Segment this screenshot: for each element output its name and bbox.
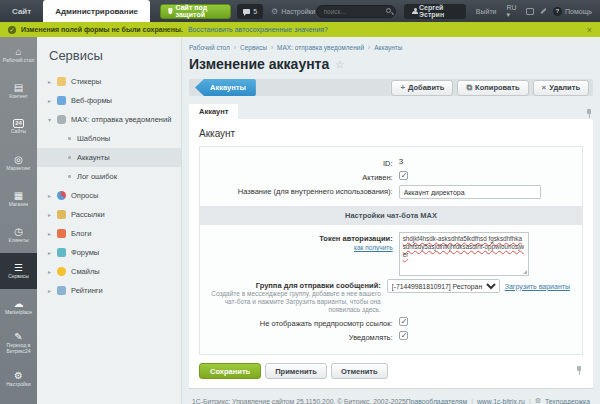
- back-to-accounts-button[interactable]: Аккаунты: [195, 79, 256, 96]
- desktop-view-icon[interactable]: [526, 8, 533, 15]
- help-button[interactable]: ? Помощь: [553, 7, 592, 16]
- logout-link[interactable]: Выйти: [476, 8, 497, 15]
- copy-button[interactable]: ⧉ Копировать: [457, 80, 528, 96]
- sidebar-title: Сервисы: [37, 37, 181, 72]
- site-protected-label: Сайт под защитой: [176, 4, 224, 18]
- delete-button[interactable]: × Удалить: [533, 80, 589, 96]
- breadcrumb-accounts[interactable]: Аккаунты: [368, 44, 402, 51]
- favorite-star-icon[interactable]: ☆: [335, 59, 344, 70]
- page-title: Изменение аккаунта: [189, 56, 329, 72]
- sites-icon: 24: [13, 119, 24, 128]
- smiley-icon: [57, 267, 66, 276]
- notice-text: Изменения полей формы не были сохранены.: [21, 26, 183, 33]
- pin-icon[interactable]: [585, 109, 593, 119]
- cancel-button[interactable]: Отменить: [331, 363, 388, 379]
- sidebar-item-stickers[interactable]: ▸ Стикеры: [37, 72, 181, 91]
- no-preview-checkbox[interactable]: [399, 317, 408, 326]
- breadcrumb: Рабочий стол Сервисы МАХ: отправка уведо…: [189, 37, 593, 51]
- notifications-count: 5: [253, 8, 257, 15]
- sidebar-item-blogs[interactable]: ▸ Блоги: [37, 224, 181, 243]
- restore-autosave-link[interactable]: Восстановить автосохраненные значения?: [188, 26, 328, 33]
- breadcrumb-max[interactable]: МАХ: отправка уведомлений: [271, 44, 364, 51]
- rail-item-sites[interactable]: 24 Сайты: [0, 109, 37, 145]
- rail-item-settings[interactable]: ⚙ Настройки: [0, 361, 37, 397]
- apply-button[interactable]: Применить: [265, 363, 327, 379]
- chevron-right-icon: ▸: [48, 211, 57, 218]
- id-value: 3: [399, 157, 582, 166]
- name-input[interactable]: [399, 185, 541, 199]
- notify-label: Уведомлять:: [200, 331, 399, 342]
- site-protected-button[interactable]: Сайт под защитой: [160, 4, 231, 19]
- rail-item-desktop[interactable]: ⌂ Рабочий стол: [0, 37, 37, 73]
- user-icon: [412, 8, 417, 14]
- chevron-right-icon: ▸: [48, 268, 57, 275]
- field-group: Группа для отправки сообщений: Создайте …: [200, 279, 582, 314]
- rail-item-shop[interactable]: ▦ Магазин: [0, 181, 37, 217]
- group-label: Группа для отправки сообщений:: [256, 281, 381, 290]
- sticker-icon: [57, 77, 66, 86]
- tab-site[interactable]: Сайт: [0, 0, 43, 22]
- document-icon: ▤: [14, 83, 23, 93]
- sidebar-item-webforms[interactable]: ▸ Веб-формы: [37, 91, 181, 110]
- close-icon[interactable]: ×: [587, 25, 592, 35]
- user-name: Сергей Эстрин: [419, 4, 458, 18]
- id-label: ID:: [200, 157, 399, 168]
- sidebar-item-newsletters[interactable]: ▸ Рассылки: [37, 205, 181, 224]
- add-button[interactable]: + Добавить: [391, 80, 453, 96]
- sidebar: Сервисы ▸ Стикеры ▸ Веб-формы ▾ МАХ: отп…: [37, 37, 182, 404]
- language-selector[interactable]: RU ▾: [507, 4, 519, 19]
- chevron-right-icon: ▸: [48, 230, 57, 237]
- name-label: Название (для внутреннего использования)…: [200, 185, 399, 196]
- notify-checkbox[interactable]: [399, 331, 408, 340]
- token-label: Токен авторизации:: [319, 234, 392, 243]
- tab-account[interactable]: Аккаунт: [189, 104, 238, 119]
- group-select[interactable]: [-71449981810917] Ресторан: [387, 279, 500, 293]
- rail-item-services[interactable]: ☰ Сервисы: [0, 253, 37, 289]
- chevron-right-icon: ▸: [48, 97, 57, 104]
- how-to-get-link[interactable]: как получить: [200, 244, 393, 251]
- rights-link[interactable]: Правообладателям: [406, 398, 467, 404]
- sidebar-item-error-log[interactable]: Лог ошибок: [37, 167, 181, 186]
- load-variants-link[interactable]: Загрузить варианты: [505, 283, 570, 290]
- rail-item-content[interactable]: ▤ Контент: [0, 73, 37, 109]
- topbar: Сайт Администрирование Сайт под защитой …: [0, 0, 600, 22]
- rail-item-bitrix24[interactable]: ✎ Переход в Битрикс24: [0, 325, 37, 361]
- topbar-settings-button[interactable]: ⚙ Настройки: [271, 7, 316, 16]
- field-notify: Уведомлять:: [200, 331, 582, 342]
- group-hint: Создайте в мессенджере группу, добавьте …: [200, 290, 381, 314]
- sidebar-item-templates[interactable]: Шаблоны: [37, 129, 181, 148]
- pencil-icon: ✎: [14, 332, 22, 342]
- wrench-icon[interactable]: [539, 7, 545, 15]
- blog-icon: [57, 229, 66, 238]
- target-icon: ◎: [14, 155, 23, 165]
- token-textarea[interactable]: shdjkf4hsdk-asksdhfa5lkdfhsd fgsksdhfhka…: [399, 232, 529, 276]
- copyright-text: 1С-Битрикс: Управление сайтом 25.1150.20…: [192, 398, 406, 404]
- sidebar-item-polls[interactable]: ▸ Опросы: [37, 186, 181, 205]
- save-button[interactable]: Сохранить: [199, 363, 261, 379]
- field-id: ID: 3: [200, 157, 582, 168]
- module-rail: ⌂ Рабочий стол ▤ Контент 24 Сайты ◎ Марк…: [0, 37, 37, 404]
- sidebar-item-ratings[interactable]: ▸ Рейтинги: [37, 281, 181, 300]
- breadcrumb-desktop[interactable]: Рабочий стол: [189, 44, 230, 51]
- chevron-right-icon: ▸: [48, 287, 57, 294]
- support-link[interactable]: Техподдержка: [545, 398, 590, 404]
- search-input[interactable]: [316, 5, 396, 18]
- sidebar-item-max-notifications[interactable]: ▾ МАХ: отправка уведомлений: [37, 110, 181, 129]
- sidebar-item-accounts[interactable]: Аккаунты: [37, 148, 181, 167]
- user-menu-button[interactable]: Сергей Эстрин: [404, 4, 466, 19]
- sidebar-item-forums[interactable]: ▸ Форумы: [37, 243, 181, 262]
- notifications-button[interactable]: 5: [237, 4, 263, 19]
- basket-icon: ▦: [14, 191, 23, 201]
- active-checkbox[interactable]: [399, 171, 408, 180]
- mail-icon: [57, 210, 66, 219]
- rail-item-marketing[interactable]: ◎ Маркетинг: [0, 145, 37, 181]
- rail-item-clients[interactable]: ◷ Клиенты: [0, 217, 37, 253]
- sidebar-item-smiles[interactable]: ▸ Смайлы: [37, 262, 181, 281]
- breadcrumb-services[interactable]: Сервисы: [234, 44, 267, 51]
- chat-bubble-icon: [243, 9, 250, 14]
- chevron-down-icon: ▾: [48, 116, 57, 123]
- rail-item-marketplace[interactable]: ☁ Marketplace: [0, 289, 37, 325]
- pin-icon[interactable]: [575, 366, 583, 376]
- tab-administration[interactable]: Администрирование: [43, 0, 150, 22]
- bitrix-site-link[interactable]: www.1c-bitrix.ru: [477, 398, 525, 404]
